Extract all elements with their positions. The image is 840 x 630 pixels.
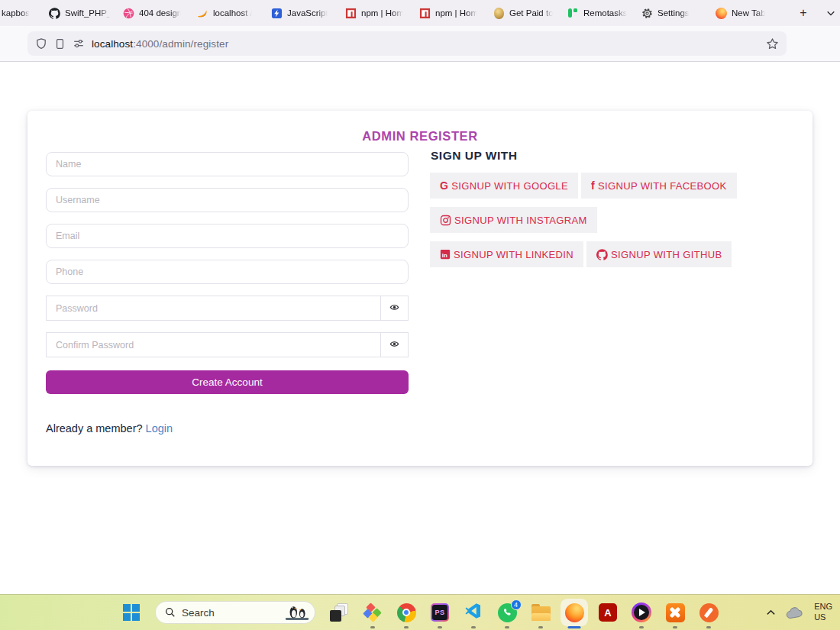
hidden-icons-button[interactable] (766, 608, 776, 618)
tab-npm-1[interactable]: npm | Hom (339, 0, 413, 26)
social-button-label: SIGNUP WITH LINKEDIN (454, 249, 573, 260)
browser-tab-bar: kapbos Swift_PHP_ 404 design localhost /… (0, 0, 840, 26)
dribbble-icon (122, 7, 134, 19)
page-title: ADMIN REGISTER (27, 129, 813, 144)
register-card: ADMIN REGISTER (27, 111, 813, 466)
signup-linkedin-button[interactable]: in SIGNUP WITH LINKEDIN (430, 241, 583, 267)
tab-get-paid[interactable]: Get Paid to (487, 0, 561, 26)
search-icon (165, 607, 176, 618)
url-path: :4000/admin/register (133, 38, 228, 50)
taskbar-app-whatsapp[interactable]: 4 (497, 603, 517, 622)
javascript-icon (270, 7, 283, 19)
toggle-confirm-visibility-button[interactable] (380, 332, 409, 357)
instagram-icon (440, 215, 451, 226)
tab-remotasks[interactable]: Remotasks (561, 0, 635, 26)
url-text[interactable]: localhost:4000/admin/register (92, 38, 759, 50)
firefox-icon (565, 603, 584, 622)
tab-label: npm | Hom (361, 8, 404, 18)
taskbar-app-xampp[interactable] (665, 603, 685, 622)
social-button-label: SIGNUP WITH FACEBOOK (598, 180, 727, 192)
list-all-tabs-button[interactable] (822, 3, 840, 23)
url-host: localhost (92, 38, 133, 50)
signup-facebook-button[interactable]: f SIGNUP WITH FACEBOOK (581, 173, 737, 199)
search-placeholder: Search (182, 607, 215, 619)
tab-settings[interactable]: Settings (635, 0, 709, 26)
taskbar-app-acrobat[interactable]: A (598, 603, 618, 622)
windows-logo-icon (123, 604, 140, 621)
password-field[interactable] (46, 296, 381, 321)
task-view-icon (330, 603, 348, 622)
remotasks-icon (567, 8, 579, 18)
tab-404-design[interactable]: 404 design (117, 0, 191, 26)
task-view-button[interactable] (329, 603, 349, 622)
tab-label: kapbos (2, 8, 30, 18)
vscode-icon (464, 602, 483, 623)
acrobat-icon: A (599, 603, 617, 622)
tab-label: JavaScript (287, 8, 328, 18)
chrome-icon (397, 603, 416, 622)
name-field[interactable] (46, 152, 409, 176)
toggle-password-visibility-button[interactable] (380, 296, 409, 321)
tab-localhost[interactable]: localhost / (191, 0, 265, 26)
login-link[interactable]: Login (146, 422, 173, 435)
chevron-down-icon (826, 8, 835, 18)
tab-new-tab[interactable]: New Tab (709, 0, 783, 26)
page-info-icon[interactable] (54, 38, 66, 50)
social-button-label: SIGNUP WITH GITHUB (611, 249, 722, 260)
feather-app-icon (699, 603, 719, 622)
gold-ear-icon (493, 7, 505, 19)
tab-kapbos[interactable]: kapbos (0, 0, 43, 26)
phone-field[interactable] (46, 260, 409, 284)
taskbar-search[interactable]: Search (155, 601, 315, 624)
facebook-icon: f (591, 180, 595, 191)
social-button-label: SIGNUP WITH GOOGLE (451, 180, 568, 192)
taskbar-app-firefox-active[interactable] (564, 603, 584, 622)
create-account-button[interactable]: Create Account (46, 370, 409, 394)
start-button[interactable] (121, 603, 141, 622)
tab-javascript[interactable]: JavaScript (265, 0, 339, 26)
tab-label: 404 design (139, 8, 182, 18)
tab-label: npm | Hom (435, 8, 478, 18)
signup-google-button[interactable]: G SIGNUP WITH GOOGLE (430, 173, 578, 199)
confirm-password-field[interactable] (46, 332, 381, 357)
register-form: Create Account Already a member? Login (46, 152, 409, 435)
firefox-icon (715, 7, 727, 19)
github-icon (596, 249, 608, 260)
permissions-sliders-icon[interactable] (73, 37, 85, 50)
tab-label: Swift_PHP_ (65, 8, 111, 18)
taskbar-app-chrome[interactable] (396, 603, 416, 622)
page-content: ADMIN REGISTER (0, 62, 840, 594)
tab-swift-php[interactable]: Swift_PHP_ (43, 0, 117, 26)
system-tray: ENG US (766, 595, 840, 630)
taskbar-app-phpstorm[interactable]: PS (430, 603, 450, 622)
taskbar-app-media-player[interactable] (632, 603, 651, 622)
new-tab-button[interactable]: + (794, 3, 813, 23)
language-line2: US (814, 612, 832, 623)
tab-label: New Tab (732, 8, 766, 18)
language-line1: ENG (814, 602, 832, 612)
signup-instagram-button[interactable]: SIGNUP WITH INSTAGRAM (430, 207, 597, 233)
tab-npm-2[interactable]: npm | Hom (413, 0, 487, 26)
phpstorm-icon: PS (431, 603, 449, 622)
search-highlight-penguins-image (283, 602, 312, 624)
eye-icon (389, 339, 399, 351)
social-button-label: SIGNUP WITH INSTAGRAM (454, 215, 587, 226)
shield-icon[interactable] (35, 37, 47, 50)
tab-label: Remotasks (583, 8, 628, 18)
tab-label: Settings (657, 8, 690, 18)
taskbar-app-file-explorer[interactable] (531, 603, 551, 622)
url-bar[interactable]: localhost:4000/admin/register (27, 31, 787, 56)
already-member-row: Already a member? Login (46, 422, 409, 435)
language-indicator[interactable]: ENG US (814, 602, 832, 623)
taskbar-app-vscode[interactable] (464, 603, 483, 622)
username-field[interactable] (46, 188, 409, 212)
email-field[interactable] (46, 224, 409, 248)
social-signup-section: SIGN UP WITH G SIGNUP WITH GOOGLE f SIGN… (430, 149, 751, 276)
taskbar-app-feather[interactable] (699, 603, 719, 622)
onedrive-cloud-icon[interactable] (786, 606, 804, 619)
bookmark-star-icon[interactable] (766, 37, 779, 50)
tab-label: Get Paid to (509, 8, 554, 18)
signup-github-button[interactable]: SIGNUP WITH GITHUB (586, 241, 732, 267)
linkedin-icon: in (440, 249, 451, 260)
taskbar-app-pinwheel[interactable] (363, 603, 383, 622)
